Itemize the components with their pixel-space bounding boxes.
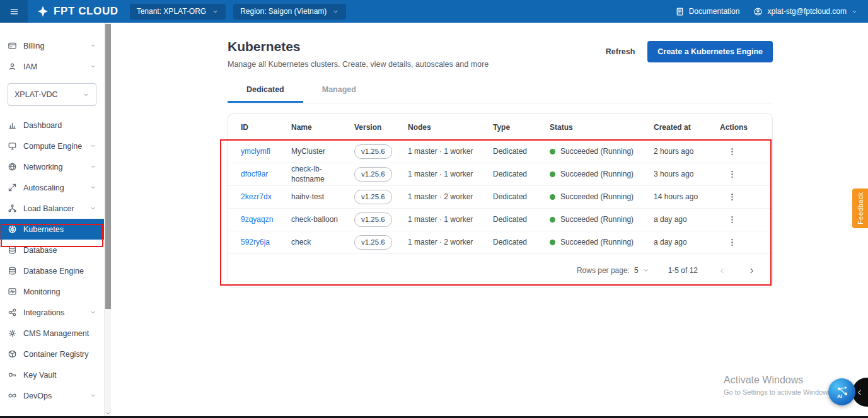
column-header-actions: Actions [720, 123, 760, 132]
cluster-id-cell: 592ry6ja [241, 238, 291, 248]
kebab-menu-icon [727, 238, 737, 247]
row-actions-button[interactable] [725, 235, 739, 250]
create-kubernetes-engine-button[interactable]: Create a Kubernetes Engine [647, 41, 773, 62]
status-dot-icon [550, 240, 555, 245]
rows-per-page-value: 5 [634, 266, 639, 275]
chevron-left-icon [718, 267, 726, 275]
cluster-id-link[interactable]: 592ry6ja [241, 238, 270, 247]
fpt-cloud-logo-icon [37, 5, 49, 18]
sidebar-item-label: Compute Engine [23, 142, 82, 151]
ai-assistant-button[interactable]: AI [828, 378, 855, 405]
sidebar-item-label: Kubernetes [23, 225, 64, 234]
sidebar-item-devops[interactable]: DevOps [0, 385, 104, 406]
version-chip: v1.25.6 [354, 190, 392, 204]
kebab-menu-icon [727, 192, 737, 202]
chevron-down-icon [90, 63, 96, 70]
chevron-down-icon [90, 142, 96, 149]
sidebar-item-key-vault[interactable]: Key Vault [0, 364, 104, 385]
nodes-cell: 1 master · 1 worker [408, 170, 493, 180]
app-shell: BillingIAM XPLAT-VDC DashboardCompute En… [0, 23, 868, 418]
page-title: Kubernetes [228, 39, 489, 54]
cluster-id-link[interactable]: 9zqyaqzn [241, 215, 273, 224]
created-at-cell: 2 hours ago [654, 147, 720, 157]
table-row: 9zqyaqzncheck-balloonv1.25.61 master · 1… [228, 209, 772, 231]
status-badge: Succeeded (Running) [550, 147, 654, 157]
table-row: dfocf9archeck-lb-hostnamev1.25.61 master… [228, 163, 772, 186]
tab-dedicated[interactable]: Dedicated [228, 78, 303, 103]
sidebar-item-container-registry[interactable]: Container Registry [0, 344, 104, 364]
sidebar-item-label: Integrations [23, 308, 64, 317]
next-page-button[interactable] [746, 265, 757, 276]
tab-managed[interactable]: Managed [303, 78, 375, 103]
actions-cell [720, 235, 760, 250]
sidebar-item-kubernetes[interactable]: Kubernetes [0, 219, 104, 240]
sidebar-item-load-balancer[interactable]: Load Balancer [0, 198, 104, 219]
cluster-name-cell: MyCluster [291, 147, 354, 157]
row-actions-button[interactable] [725, 167, 739, 182]
documentation-label: Documentation [689, 7, 740, 16]
type-cell: Dedicated [493, 238, 550, 248]
chevron-down-icon [332, 8, 339, 15]
sidebar-item-cms-management[interactable]: CMS Management [0, 323, 104, 344]
sidebar-scrollbar[interactable] [104, 23, 111, 418]
sidebar-item-dashboard[interactable]: Dashboard [0, 115, 104, 136]
status-dot-icon [550, 149, 555, 154]
account-menu[interactable]: xplat-stg@fptcloud.com [753, 7, 858, 16]
created-at-cell: 14 hours ago [654, 192, 720, 202]
cluster-id-cell: 9zqyaqzn [241, 215, 291, 225]
hamburger-icon [9, 7, 19, 16]
cluster-id-link[interactable]: dfocf9ar [241, 170, 268, 178]
region-selector[interactable]: Region: Saigon (Vietnam) [233, 4, 346, 20]
sidebar-item-label: IAM [23, 62, 37, 71]
column-header-version: Version [354, 123, 408, 132]
status-badge: Succeeded (Running) [550, 170, 654, 180]
version-chip: v1.25.6 [354, 235, 392, 250]
cms-management-icon [8, 328, 17, 338]
clusters-table: IDNameVersionNodesTypeStatusCreated atAc… [228, 113, 773, 287]
column-header-created-at: Created at [654, 123, 720, 132]
sidebar-item-networking[interactable]: Networking [0, 156, 104, 177]
cluster-id-link[interactable]: ymclymfi [241, 147, 270, 156]
sidebar-item-compute-engine[interactable]: Compute Engine [0, 136, 104, 156]
cluster-name-cell: check [291, 238, 354, 248]
cluster-name-cell: check-lb-hostname [291, 165, 354, 184]
integrations-icon [8, 308, 17, 317]
sidebar-top-nav: BillingIAM [0, 35, 111, 77]
sidebar-item-billing[interactable]: Billing [0, 35, 104, 56]
status-dot-icon [550, 171, 555, 177]
row-actions-button[interactable] [725, 212, 739, 227]
sidebar-item-autoscaling[interactable]: Autoscaling [0, 177, 104, 198]
chevron-down-icon [90, 309, 96, 316]
billing-icon [8, 41, 17, 50]
table-pagination: Rows per page: 5 1-5 of 12 [228, 254, 772, 287]
kebab-menu-icon [727, 170, 737, 179]
sidebar-item-label: DevOps [23, 392, 52, 400]
sidebar-item-database-engine[interactable]: Database Engine [0, 260, 104, 281]
kubernetes-icon [8, 224, 17, 234]
row-actions-button[interactable] [725, 144, 739, 159]
rows-per-page-select[interactable]: Rows per page: 5 [577, 266, 649, 275]
sidebar-item-monitoring[interactable]: Monitoring [0, 281, 104, 302]
feedback-tab[interactable]: Feedback [852, 189, 868, 228]
previous-page-button[interactable] [717, 265, 727, 276]
vdc-select[interactable]: XPLAT-VDC [8, 83, 96, 106]
topbar-right: Documentation xplat-stg@fptcloud.com [675, 7, 868, 16]
database-engine-icon [8, 266, 17, 276]
status-dot-icon [550, 194, 555, 200]
sidebar-item-integrations[interactable]: Integrations [0, 302, 104, 323]
sidebar: BillingIAM XPLAT-VDC DashboardCompute En… [0, 23, 111, 418]
hamburger-menu-button[interactable] [0, 0, 28, 23]
documentation-link[interactable]: Documentation [675, 7, 740, 16]
brand-name: FPT CLOUD [54, 5, 119, 18]
row-actions-button[interactable] [725, 190, 739, 204]
tenant-selector[interactable]: Tenant: XPLAT-ORG [130, 4, 226, 20]
refresh-button[interactable]: Refresh [606, 47, 635, 56]
sidebar-item-database[interactable]: Database [0, 240, 104, 260]
cluster-id-link[interactable]: 2kezr7dx [241, 192, 272, 201]
watermark-line2: Go to Settings to activate Windows [724, 388, 831, 396]
sidebar-item-iam[interactable]: IAM [0, 56, 104, 77]
status-dot-icon [550, 217, 555, 223]
type-cell: Dedicated [493, 147, 550, 157]
actions-cell [720, 144, 760, 160]
sidebar-scrollbar-thumb[interactable] [105, 24, 111, 309]
